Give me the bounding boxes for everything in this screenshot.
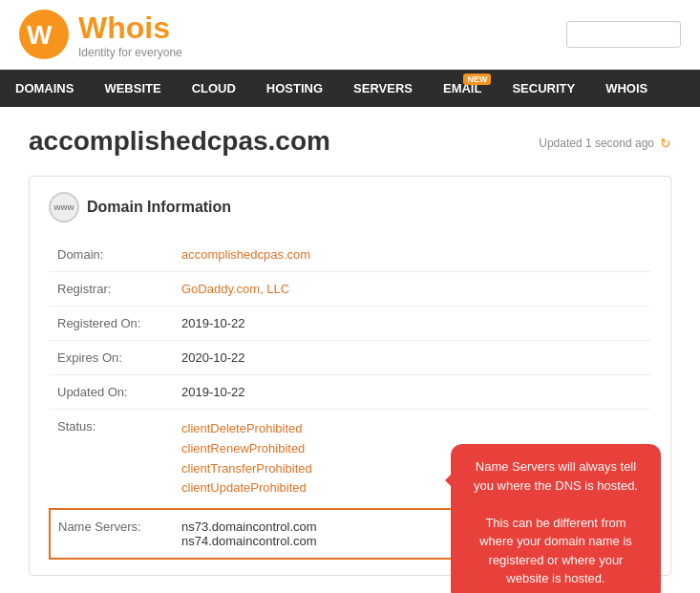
tooltip-line2: This can be different from where your do…: [479, 516, 632, 586]
logo-tagline-text: Identity for everyone: [78, 46, 182, 59]
registrar-link[interactable]: GoDaddy.com, LLC: [181, 282, 289, 296]
nav-item-cloud[interactable]: CLOUD: [177, 70, 251, 107]
field-label-domain: Domain:: [50, 238, 174, 272]
table-row: Domain: accomplishedcpas.com: [50, 238, 650, 272]
table-row: Expires On: 2020-10-22: [50, 341, 650, 375]
logo-text: Whois Identity for everyone: [78, 11, 182, 59]
header-search-input[interactable]: [566, 21, 681, 48]
field-label-ns: Name Servers:: [50, 509, 174, 559]
field-label-updated: Updated On:: [50, 375, 174, 410]
field-value-registrar: GoDaddy.com, LLC: [174, 272, 650, 307]
logo-icon: W: [19, 10, 69, 59]
nav-item-whois[interactable]: WHOIS: [590, 70, 663, 107]
table-row: Updated On: 2019-10-22: [50, 375, 650, 410]
refresh-icon[interactable]: ↻: [660, 136, 671, 151]
nav-item-website[interactable]: WEBSITE: [89, 70, 176, 107]
table-row: Registered On: 2019-10-22: [50, 307, 650, 341]
nav-item-email[interactable]: EMAIL NEW: [428, 70, 497, 107]
svg-text:W: W: [27, 20, 53, 50]
title-row: accomplishedcpas.com Updated 1 second ag…: [29, 126, 671, 160]
field-label-status: Status:: [50, 410, 174, 510]
nav-item-servers[interactable]: SERVERS: [338, 70, 428, 107]
header: W Whois Identity for everyone: [0, 0, 700, 70]
table-row: Registrar: GoDaddy.com, LLC: [50, 272, 650, 307]
field-value-registered: 2019-10-22: [174, 307, 650, 341]
card-title-row: www Domain Information: [49, 192, 651, 222]
updated-text-label: Updated 1 second ago: [539, 137, 654, 150]
updated-info: Updated 1 second ago ↻: [539, 136, 671, 151]
nav-item-domains[interactable]: DOMAINS: [0, 70, 89, 107]
tooltip-line1: Name Servers will always tell you where …: [474, 459, 638, 493]
logo-whois-text: Whois: [78, 11, 182, 46]
field-value-updated: 2019-10-22: [174, 375, 650, 410]
field-label-registered: Registered On:: [50, 307, 174, 341]
field-value-domain: accomplishedcpas.com: [174, 238, 650, 272]
domain-info-card: www Domain Information Domain: accomplis…: [29, 176, 671, 576]
field-value-expires: 2020-10-22: [174, 341, 650, 375]
logo-area: W Whois Identity for everyone: [19, 10, 182, 59]
card-title-text: Domain Information: [87, 199, 231, 216]
status-link-1[interactable]: clientDeleteProhibited: [181, 419, 643, 439]
tooltip-bubble: Name Servers will always tell you where …: [451, 444, 661, 593]
nav-item-hosting[interactable]: HOSTING: [251, 70, 338, 107]
main-content: accomplishedcpas.com Updated 1 second ag…: [0, 107, 700, 593]
domain-link[interactable]: accomplishedcpas.com: [181, 247, 310, 262]
email-new-badge: NEW: [463, 74, 491, 85]
www-icon: www: [49, 192, 79, 222]
nav-item-security[interactable]: SECURITY: [497, 70, 590, 107]
main-nav: DOMAINS WEBSITE CLOUD HOSTING SERVERS EM…: [0, 70, 700, 107]
field-label-expires: Expires On:: [50, 341, 174, 375]
field-label-registrar: Registrar:: [50, 272, 174, 307]
domain-title: accomplishedcpas.com: [29, 126, 330, 157]
